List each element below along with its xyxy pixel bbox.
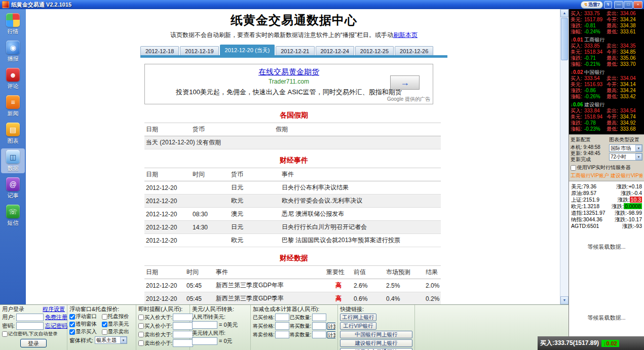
data-importance-header: 重要性: [325, 266, 352, 279]
alert-checkbox[interactable]: [138, 323, 144, 329]
scroll-up-button[interactable]: ▲: [560, 9, 569, 17]
sidebar-item[interactable]: ≡ 新闻: [1, 94, 25, 119]
settings-link[interactable]: 程序设置: [43, 306, 65, 313]
quick-link-button[interactable]: 纸黄金交易通网站: [340, 348, 412, 350]
sidebar-item[interactable]: ☻ 评论: [1, 66, 25, 91]
xunlei-label: 迅雷7: [588, 2, 600, 8]
date-tab[interactable]: 2012-12-26: [395, 46, 433, 55]
calculate-button[interactable]: 计算: [327, 331, 335, 338]
float-option[interactable]: 浮动窗口: [69, 313, 102, 320]
change-label: 涨跌:: [617, 183, 629, 189]
scroll-down-button[interactable]: ▼: [560, 296, 569, 304]
float-option-checkbox[interactable]: [102, 322, 107, 327]
calc-price-input[interactable]: [275, 331, 289, 338]
cny-to-usd-input[interactable]: [192, 321, 217, 329]
quick-link-button[interactable]: 工行VIP银行: [340, 322, 376, 330]
bottom-panel: 用户登录 程序设置 用户: 免费注册 密码: 忘记密码 记住密码,下次自动登录 …: [0, 304, 569, 350]
chart-period-select[interactable]: 72小时▼: [609, 153, 642, 161]
alert-checkbox[interactable]: [138, 340, 144, 346]
currency-cell: 日元: [230, 221, 280, 234]
holiday-name-header: 假期: [274, 123, 441, 136]
buy-price: 333.75: [584, 11, 607, 17]
calc-qty-input[interactable]: [312, 314, 326, 321]
event-cell: 悉尼 澳洲联储公报发布: [280, 208, 441, 221]
refresh-page-link[interactable]: 刷新本页: [393, 31, 418, 38]
alert-checkbox[interactable]: [138, 332, 144, 337]
vip-server-option[interactable]: 使用VIP实时行情服务器: [571, 164, 642, 171]
float-option[interactable]: 显示美元: [102, 321, 134, 328]
quick-link-button[interactable]: 工行网上银行: [340, 314, 376, 321]
date-tab[interactable]: 2012-12-25: [355, 46, 394, 55]
date-tab[interactable]: 2012-12-20 (当天): [220, 45, 275, 55]
xunlei-button[interactable]: ↯迅雷7: [581, 1, 603, 9]
calc-price-label: 将买价格:: [253, 323, 275, 330]
economic-indicators-panel: 美元:79.36 涨跌:+0.18 原油:89.57 涨跌:-0.4 上证:21…: [569, 181, 644, 231]
calc-price-input[interactable]: [275, 322, 289, 330]
sell-price: 334.35: [620, 43, 642, 49]
scroll-thumb[interactable]: [561, 18, 568, 60]
update-config-title: 更新配置: [571, 136, 609, 143]
password-input[interactable]: [16, 322, 44, 330]
alert-label: 卖出价大于:: [144, 331, 172, 338]
vip-account-links[interactable]: 工商银行VIP账户 建设银行VIP账户: [571, 172, 642, 179]
calculate-button[interactable]: 计算: [327, 323, 335, 330]
maximize-button[interactable]: □: [624, 1, 633, 9]
usd-price: 1518.34: [584, 49, 607, 55]
password-label: 密码:: [2, 322, 15, 330]
quick-link-button[interactable]: 中国银行网上银行: [340, 331, 412, 338]
sidebar-item[interactable]: ☏ 短信: [1, 203, 25, 228]
login-button[interactable]: 登录: [20, 339, 47, 347]
date-tab[interactable]: 2012-12-24: [316, 46, 354, 55]
sidebar-item[interactable]: @ 记事: [1, 176, 25, 201]
alert-label: 卖出价小于:: [144, 340, 172, 347]
ad-arrow-button[interactable]: →: [390, 75, 420, 90]
tab-underline: [140, 55, 447, 58]
float-option-checkbox[interactable]: [69, 329, 75, 335]
sidebar-item[interactable]: ▤ 图表: [1, 121, 25, 146]
minimize-button[interactable]: —: [614, 1, 623, 9]
date-tab[interactable]: 2012-12-18: [140, 46, 179, 55]
ad-headline-link[interactable]: 在线交易黄金期货: [145, 67, 433, 77]
sidebar-item[interactable]: ◉ 播报: [1, 39, 25, 64]
date-tab[interactable]: 2012-12-19: [180, 46, 218, 55]
quick-link-button[interactable]: 建设银行网上银行: [340, 339, 412, 347]
usd-to-cny-input[interactable]: [192, 337, 217, 345]
float-option-checkbox[interactable]: [102, 329, 107, 335]
close-button[interactable]: ×: [633, 1, 642, 9]
indicator-change: -10.17: [627, 216, 642, 222]
float-option-checkbox[interactable]: [69, 314, 75, 320]
remember-password-checkbox[interactable]: [2, 331, 8, 337]
username-input[interactable]: [16, 314, 44, 321]
date-tab[interactable]: 2012-12-21: [276, 46, 314, 55]
window-style-select[interactable]: 银系主题▼: [95, 336, 127, 344]
xunlei-accel-button[interactable]: ↯: [604, 1, 612, 9]
sidebar-item-label: 记事: [8, 192, 19, 200]
time-cell: 05:45: [185, 279, 214, 292]
float-option[interactable]: 透明窗体: [69, 321, 102, 328]
sidebar-item[interactable]: 行情: [1, 12, 25, 36]
sidebar-item[interactable]: ◫ 数据: [1, 148, 25, 173]
time-cell: [191, 234, 230, 247]
update-config-panel: 更新配置 本机: 9:48:58 更新: 9:48:45 更新完成 图表类型设置…: [569, 134, 644, 181]
register-link[interactable]: 免费注册: [45, 314, 67, 321]
float-option[interactable]: 托盘报价: [102, 313, 134, 320]
event-time-header: 时间: [191, 168, 230, 181]
remember-password-option[interactable]: 记住密码,下次自动登录: [2, 331, 65, 337]
scrollbar[interactable]: ▲ ▼: [560, 9, 569, 304]
usd-to-cny-result: = 0元: [219, 337, 233, 345]
alert-checkbox[interactable]: [138, 315, 144, 320]
float-option[interactable]: 显示买入: [69, 328, 102, 335]
event-cell: 欧央行管委会会议.无利率决议: [280, 195, 441, 208]
high-price: 334.92: [620, 120, 642, 126]
calc-qty-input[interactable]: [312, 322, 326, 330]
vip-server-checkbox[interactable]: [571, 165, 576, 171]
calc-price-input[interactable]: [275, 314, 289, 321]
float-option[interactable]: 显示卖出: [102, 328, 134, 335]
market-type-select[interactable]: 国际市场▼: [609, 144, 642, 152]
broadcast-icon: ◉: [6, 41, 20, 54]
float-option-checkbox[interactable]: [102, 314, 107, 320]
page-title: 纸黄金交易通数据中心: [140, 9, 447, 28]
forgot-password-link[interactable]: 忘记密码: [45, 322, 67, 330]
float-option-checkbox[interactable]: [69, 322, 75, 327]
calc-qty-input[interactable]: [312, 331, 326, 338]
